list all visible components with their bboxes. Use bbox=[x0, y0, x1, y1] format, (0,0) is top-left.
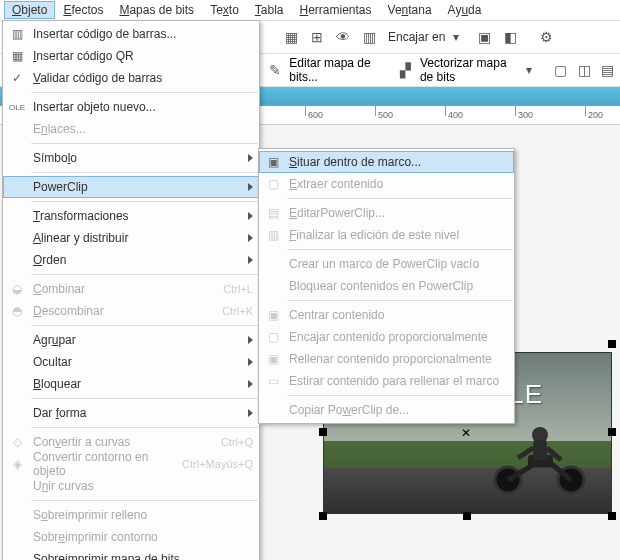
curves-icon: ◇ bbox=[7, 433, 27, 451]
menuitem-overprint-fill: Sobreimprimir relleno bbox=[3, 504, 259, 526]
trace-bitmap-icon[interactable]: ▞ bbox=[397, 59, 414, 81]
menu-ventana[interactable]: Ventana bbox=[380, 1, 440, 19]
menu-objeto[interactable]: OObjetobjeto bbox=[4, 1, 55, 19]
options-icon[interactable]: ⚙ bbox=[535, 26, 557, 48]
menuitem-combine: ◒ Combinar Ctrl+L bbox=[3, 278, 259, 300]
chevron-right-icon bbox=[248, 256, 253, 264]
submenu-stretch-fill: ▭ Estirar contenido para rellenar el mar… bbox=[259, 370, 514, 392]
qr-icon: ▦ bbox=[7, 47, 27, 65]
fill-icon: ▣ bbox=[263, 350, 283, 368]
menuitem-insert-barcode[interactable]: ▥ Insertar código de barras... bbox=[3, 23, 259, 45]
submenu-center-contents: ▣ Centrar contenido bbox=[259, 304, 514, 326]
selection-handle[interactable] bbox=[319, 512, 327, 520]
menuitem-powerclip[interactable]: PowerClip bbox=[3, 176, 259, 198]
menuitem-join-curves: Unir curvas bbox=[3, 475, 259, 497]
tool-d-icon[interactable]: ◫ bbox=[575, 59, 592, 81]
submenu-place-inside-frame[interactable]: ▣ Situar dentro de marco... bbox=[259, 151, 514, 173]
stretch-icon: ▭ bbox=[263, 372, 283, 390]
ruler-tick: 500 bbox=[378, 110, 393, 120]
submenu-create-empty-frame: Crear un marco de PowerClip vacío bbox=[259, 253, 514, 275]
place-in-frame-icon: ▣ bbox=[263, 153, 283, 171]
chevron-right-icon bbox=[248, 358, 253, 366]
submenu-fill-proportional: ▣ Rellenar contenido proporcionalmente bbox=[259, 348, 514, 370]
barcode-icon: ▥ bbox=[7, 25, 27, 43]
menuitem-lock[interactable]: Bloquear bbox=[3, 373, 259, 395]
chevron-right-icon bbox=[248, 380, 253, 388]
center-icon: ▣ bbox=[263, 306, 283, 324]
submenu-edit-powerclip: ▤ EditarPowerClip... bbox=[259, 202, 514, 224]
tool-e-icon[interactable]: ▤ bbox=[599, 59, 616, 81]
chevron-right-icon bbox=[248, 336, 253, 344]
ruler-tick: 300 bbox=[518, 110, 533, 120]
menu-ayuda[interactable]: Ayuda bbox=[440, 1, 490, 19]
submenu-lock-contents: Bloquear contenidos en PowerClip bbox=[259, 275, 514, 297]
menu-efectos[interactable]: Efectos bbox=[55, 1, 111, 19]
menuitem-insert-qr[interactable]: ▦ Insertar código QR bbox=[3, 45, 259, 67]
ruler-tick: 600 bbox=[308, 110, 323, 120]
selection-handle[interactable] bbox=[608, 340, 616, 348]
menuitem-break-apart: ◓ Descombinar Ctrl+K bbox=[3, 300, 259, 322]
chevron-right-icon bbox=[248, 212, 253, 220]
chevron-right-icon bbox=[248, 183, 253, 191]
selection-handle[interactable] bbox=[463, 512, 471, 520]
submenu-finish-editing: ▥ Finalizar la edición de este nivel bbox=[259, 224, 514, 246]
menuitem-transformations[interactable]: Transformaciones bbox=[3, 205, 259, 227]
chevron-right-icon bbox=[248, 234, 253, 242]
outline-icon: ◈ bbox=[7, 455, 27, 473]
menuitem-links: Enlaces... bbox=[3, 118, 259, 140]
toolbox-icon[interactable]: ▦ bbox=[280, 26, 302, 48]
ruler-tick: 400 bbox=[448, 110, 463, 120]
finish-icon: ▥ bbox=[263, 226, 283, 244]
edit-bitmap-button[interactable]: Editar mapa de bits... bbox=[289, 56, 378, 84]
menubar: OObjetobjeto Efectos Mapas de bits Texto… bbox=[0, 0, 620, 21]
menuitem-convert-outline: ◈ Convertir contorno en objeto Ctrl+Mayú… bbox=[3, 453, 259, 475]
edit-frame-icon: ▤ bbox=[263, 204, 283, 222]
break-icon: ◓ bbox=[7, 302, 27, 320]
submenu-copy-powerclip: Copiar PowerClip de... bbox=[259, 399, 514, 421]
grid-icon[interactable]: ▥ bbox=[358, 26, 380, 48]
submenu-fit-proportional: ▢ Encajar contenido proporcionalmente bbox=[259, 326, 514, 348]
submenu-extract-contents: ▢ Extraer contenido bbox=[259, 173, 514, 195]
menuitem-hide[interactable]: Ocultar bbox=[3, 351, 259, 373]
menuitem-insert-new-object[interactable]: OLE Insertar objeto nuevo... bbox=[3, 96, 259, 118]
powerclip-submenu: ▣ Situar dentro de marco... ▢ Extraer co… bbox=[258, 148, 515, 424]
selection-handle[interactable] bbox=[608, 512, 616, 520]
menu-texto[interactable]: Texto bbox=[202, 1, 247, 19]
tool-a-icon[interactable]: ▣ bbox=[473, 26, 495, 48]
menuitem-order[interactable]: Orden bbox=[3, 249, 259, 271]
menuitem-shaping[interactable]: Dar forma bbox=[3, 402, 259, 424]
selection-handle[interactable] bbox=[319, 428, 327, 436]
menuitem-validate-barcode[interactable]: ✓ Validar código de barras bbox=[3, 67, 259, 89]
combine-icon: ◒ bbox=[7, 280, 27, 298]
menuitem-overprint-outline: Sobreimprimir contorno bbox=[3, 526, 259, 548]
menu-herramientas[interactable]: Herramientas bbox=[292, 1, 380, 19]
chevron-right-icon bbox=[248, 409, 253, 417]
check-icon: ✓ bbox=[7, 69, 27, 87]
snap-icon[interactable]: ⊞ bbox=[306, 26, 328, 48]
menuitem-overprint-bitmap[interactable]: Sobreimprimir mapa de bits bbox=[3, 548, 259, 560]
fit-icon: ▢ bbox=[263, 328, 283, 346]
menu-tabla[interactable]: Tabla bbox=[247, 1, 292, 19]
snap-to-label[interactable]: Encajar en bbox=[384, 30, 449, 44]
selection-center-marker[interactable]: ✕ bbox=[461, 426, 471, 440]
tool-c-icon[interactable]: ▢ bbox=[552, 59, 569, 81]
extract-icon: ▢ bbox=[263, 175, 283, 193]
objeto-dropdown: ▥ Insertar código de barras... ▦ Inserta… bbox=[2, 20, 260, 560]
menuitem-group[interactable]: Agrupar bbox=[3, 329, 259, 351]
svg-rect-4 bbox=[533, 440, 547, 460]
selection-handle[interactable] bbox=[608, 428, 616, 436]
chevron-right-icon bbox=[248, 154, 253, 162]
edit-bitmap-icon[interactable]: ✎ bbox=[266, 59, 283, 81]
trace-bitmap-button[interactable]: Vectorizar mapa de bits bbox=[420, 56, 518, 84]
menuitem-align-distribute[interactable]: Alinear y distribuir bbox=[3, 227, 259, 249]
ruler-tick: 200 bbox=[588, 110, 603, 120]
menu-mapas[interactable]: Mapas de bits bbox=[111, 1, 202, 19]
tool-b-icon[interactable]: ◧ bbox=[499, 26, 521, 48]
eye-icon[interactable]: 👁 bbox=[332, 26, 354, 48]
ole-icon: OLE bbox=[7, 98, 27, 116]
menuitem-symbol[interactable]: Símbolo bbox=[3, 147, 259, 169]
